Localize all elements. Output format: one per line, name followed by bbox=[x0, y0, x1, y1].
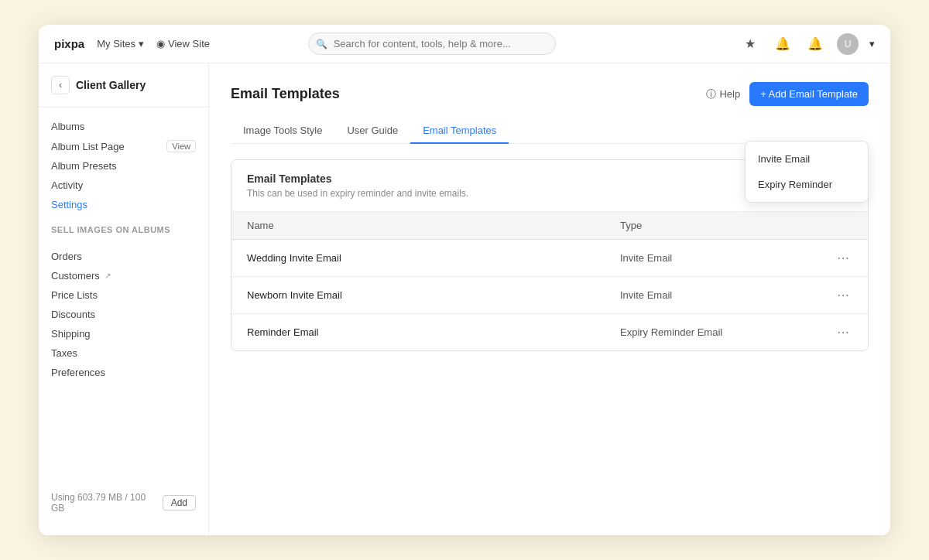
sidebar-item-label: Preferences bbox=[51, 367, 105, 378]
top-nav: pixpa My Sites ▾ ◉ View Site 🔍 ★ 🔔 🔔 U ▾ bbox=[39, 25, 890, 63]
row-actions: ⋯ bbox=[821, 323, 852, 341]
sidebar-item-taxes[interactable]: Taxes bbox=[39, 343, 208, 363]
help-circle-icon: ⓘ bbox=[706, 87, 716, 101]
sidebar-item-label: Taxes bbox=[51, 347, 77, 359]
avatar-initials: U bbox=[845, 39, 852, 50]
chevron-down-icon: ▾ bbox=[139, 38, 144, 50]
row-more-button[interactable]: ⋯ bbox=[834, 286, 852, 304]
row-more-button[interactable]: ⋯ bbox=[834, 323, 852, 341]
sidebar-item-label: Orders bbox=[51, 251, 82, 262]
row-name: Reminder Email bbox=[247, 326, 620, 338]
dropdown-menu: Invite Email Expiry Reminder bbox=[745, 141, 869, 203]
sidebar-item-label: Discounts bbox=[51, 309, 95, 320]
tab-user-guide[interactable]: User Guide bbox=[334, 118, 410, 144]
row-name: Wedding Invite Email bbox=[247, 252, 620, 264]
dropdown-item-invite-email[interactable]: Invite Email bbox=[746, 146, 868, 172]
my-sites-menu[interactable]: My Sites ▾ bbox=[97, 38, 144, 50]
header-actions: ⓘ Help + Add Email Template bbox=[706, 82, 869, 106]
sidebar-item-label: Activity bbox=[51, 179, 83, 191]
col-header-name: Name bbox=[247, 220, 620, 231]
row-actions: ⋯ bbox=[821, 286, 852, 304]
sidebar-title: Client Gallery bbox=[76, 79, 146, 91]
sidebar-sell-section: Orders Customers ↗ Price Lists Discounts… bbox=[39, 237, 208, 385]
row-more-button[interactable]: ⋯ bbox=[834, 249, 852, 267]
sidebar-footer: Using 603.79 MB / 100 GB Add bbox=[39, 483, 208, 523]
sidebar-item-preferences[interactable]: Preferences bbox=[39, 363, 208, 382]
dropdown-item-expiry-reminder[interactable]: Expiry Reminder bbox=[746, 172, 868, 197]
row-type: Expiry Reminder Email bbox=[620, 326, 821, 338]
sidebar-item-discounts[interactable]: Discounts bbox=[39, 305, 208, 324]
row-name: Newborn Invite Email bbox=[247, 289, 620, 301]
nav-right: ★ 🔔 🔔 U ▾ bbox=[739, 33, 875, 55]
table-row: Wedding Invite Email Invite Email ⋯ bbox=[231, 240, 868, 277]
sidebar-item-customers[interactable]: Customers ↗ bbox=[39, 266, 208, 285]
row-actions: ⋯ bbox=[821, 249, 852, 267]
help-label: Help bbox=[719, 88, 740, 100]
search-input[interactable] bbox=[308, 32, 556, 55]
sidebar-item-label: Album List Page bbox=[51, 141, 125, 152]
page-title: Email Templates bbox=[231, 86, 340, 102]
tab-email-templates[interactable]: Email Templates bbox=[410, 118, 509, 144]
external-link-icon: ↗ bbox=[105, 271, 111, 280]
sidebar-section-label: SELL IMAGES ON ALBUMS bbox=[39, 217, 208, 237]
sidebar-item-settings[interactable]: Settings bbox=[39, 195, 208, 214]
app-window: pixpa My Sites ▾ ◉ View Site 🔍 ★ 🔔 🔔 U ▾ bbox=[39, 25, 890, 535]
tab-image-tools-style[interactable]: Image Tools Style bbox=[231, 118, 334, 144]
sidebar-item-activity[interactable]: Activity bbox=[39, 176, 208, 195]
sidebar-main-section: Albums Album List Page View Album Preset… bbox=[39, 108, 208, 217]
avatar[interactable]: U bbox=[837, 33, 859, 55]
body-wrap: ‹ Client Gallery Albums Album List Page … bbox=[39, 63, 890, 535]
alerts-icon[interactable]: 🔔 bbox=[804, 33, 826, 55]
add-template-button[interactable]: + Add Email Template bbox=[749, 82, 869, 106]
sidebar-item-label: Album Presets bbox=[51, 160, 117, 172]
sun-icon[interactable]: ★ bbox=[739, 33, 761, 55]
main-content: Email Templates ⓘ Help + Add Email Templ… bbox=[209, 63, 890, 535]
page-header: Email Templates ⓘ Help + Add Email Templ… bbox=[231, 82, 869, 106]
sidebar-back-button[interactable]: ‹ bbox=[51, 76, 70, 94]
storage-text: Using 603.79 MB / 100 GB bbox=[51, 492, 156, 514]
sidebar-item-price-lists[interactable]: Price Lists bbox=[39, 285, 208, 305]
search-icon: 🔍 bbox=[316, 39, 327, 50]
col-header-actions bbox=[821, 220, 852, 231]
col-header-type: Type bbox=[620, 220, 821, 231]
view-site-link[interactable]: ◉ View Site bbox=[156, 38, 210, 50]
sidebar-item-album-list-page[interactable]: Album List Page View bbox=[39, 136, 208, 156]
email-templates-table: Name Type Wedding Invite Email Invite Em… bbox=[231, 212, 868, 350]
help-button[interactable]: ⓘ Help bbox=[706, 87, 740, 101]
row-type: Invite Email bbox=[620, 289, 821, 301]
sidebar-header: ‹ Client Gallery bbox=[39, 76, 208, 108]
eye-icon: ◉ bbox=[156, 38, 165, 50]
table-row: Newborn Invite Email Invite Email ⋯ bbox=[231, 277, 868, 314]
sidebar-item-label: Settings bbox=[51, 199, 87, 210]
sidebar-item-albums[interactable]: Albums bbox=[39, 117, 208, 136]
view-badge[interactable]: View bbox=[166, 140, 196, 152]
sidebar-item-shipping[interactable]: Shipping bbox=[39, 324, 208, 343]
sidebar-item-album-presets[interactable]: Album Presets bbox=[39, 156, 208, 176]
sidebar-item-label: Albums bbox=[51, 121, 84, 132]
sidebar-item-orders[interactable]: Orders bbox=[39, 247, 208, 266]
avatar-chevron-icon: ▾ bbox=[869, 38, 875, 50]
table-row: Reminder Email Expiry Reminder Email ⋯ bbox=[231, 314, 868, 350]
sidebar-item-label: Customers bbox=[51, 270, 100, 282]
brand-logo: pixpa bbox=[54, 37, 84, 50]
add-storage-button[interactable]: Add bbox=[163, 495, 196, 510]
view-site-label: View Site bbox=[168, 38, 210, 50]
sidebar: ‹ Client Gallery Albums Album List Page … bbox=[39, 63, 209, 535]
sidebar-item-label: Price Lists bbox=[51, 289, 98, 301]
table-header: Name Type bbox=[231, 212, 868, 240]
my-sites-label: My Sites bbox=[97, 38, 135, 50]
notification-bell-icon[interactable]: 🔔 bbox=[772, 33, 794, 55]
search-bar: 🔍 bbox=[308, 32, 556, 55]
row-type: Invite Email bbox=[620, 252, 821, 264]
sidebar-item-label: Shipping bbox=[51, 328, 91, 340]
